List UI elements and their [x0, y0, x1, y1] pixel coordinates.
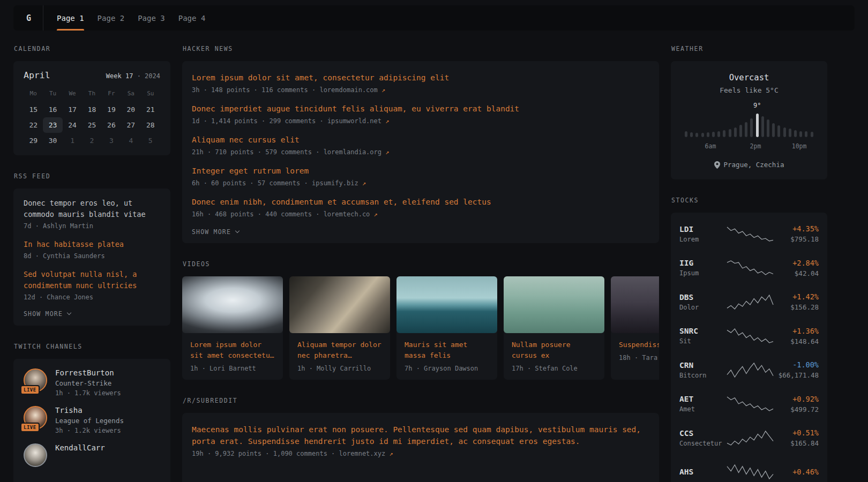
calendar-day[interactable]: 29 — [24, 133, 43, 148]
hackernews-show-more-button[interactable]: SHOW MORE — [192, 228, 239, 236]
stock-change: +1.36% — [774, 327, 819, 335]
calendar-day[interactable]: 21 — [141, 102, 160, 117]
video-title[interactable]: Aliquam tempor dolor nec pharetra… — [297, 340, 382, 361]
rss-item-title[interactable]: In hac habitasse platea — [24, 239, 160, 250]
video-thumbnail[interactable] — [611, 276, 659, 333]
weather-bar — [734, 112, 737, 137]
twitch-channel[interactable]: LIVEForrestBurtonCounter-Strike1h · 1.7k… — [24, 368, 160, 397]
rss-item-title[interactable]: Donec tempor eros leo, ut commodo mauris… — [24, 198, 160, 220]
twitch-channel[interactable]: KendallCarr — [24, 443, 160, 467]
bar — [811, 132, 813, 137]
hn-item-title[interactable]: Donec enim nibh, condimentum et accumsan… — [192, 196, 649, 208]
calendar-day[interactable]: 17 — [63, 102, 82, 117]
hn-item-title[interactable]: Donec imperdiet augue tincidunt felis al… — [192, 103, 649, 115]
calendar-day[interactable]: 20 — [121, 102, 140, 117]
calendar-day[interactable]: 26 — [102, 117, 121, 133]
tab-page-4[interactable]: Page 4 — [178, 5, 206, 31]
calendar-day[interactable]: 1 — [63, 133, 82, 148]
video-card[interactable]: Mauris sit amet massa felis7h · Grayson … — [396, 276, 497, 380]
hn-item-link[interactable]: ipsumworld.net ↗ — [327, 117, 390, 125]
calendar-day[interactable]: 27 — [121, 117, 140, 133]
video-card[interactable]: Lorem ipsum dolor sit amet consectetu…1h… — [182, 276, 283, 380]
tab-page-1[interactable]: Page 1 — [57, 5, 84, 31]
stock-row[interactable]: CCSConsectetur+0.51%$165.84 — [679, 421, 819, 455]
video-thumbnail[interactable] — [396, 276, 497, 333]
calendar-day[interactable]: 16 — [43, 102, 62, 117]
stock-change: +0.51% — [774, 428, 819, 437]
twitch-channel[interactable]: LIVETrishaLeague of Legends3h · 1.2k vie… — [24, 406, 160, 434]
stock-values: +4.35%$795.18 — [774, 224, 819, 243]
stock-values: +0.46% — [774, 468, 819, 476]
stock-row[interactable]: AHS+0.46% — [679, 455, 819, 482]
hn-item-title[interactable]: Lorem ipsum dolor sit amet, consectetur … — [192, 72, 649, 84]
calendar-day[interactable]: 30 — [43, 133, 62, 148]
channel-name[interactable]: Trisha — [55, 406, 124, 415]
channel-name[interactable]: ForrestBurton — [55, 368, 121, 377]
stock-sparkline-chart — [727, 260, 774, 276]
calendar-day[interactable]: 2 — [82, 133, 101, 148]
calendar-day-selected[interactable]: 23 — [43, 117, 62, 133]
stock-sparkline — [727, 396, 774, 412]
video-meta: 17h · Stefan Cole — [512, 365, 596, 372]
stock-values: +2.84%$42.04 — [774, 259, 819, 277]
stock-row[interactable]: DBSDolor+1.42%$156.28 — [679, 285, 819, 319]
calendar-week-label: Week 17 — [106, 72, 133, 80]
video-title[interactable]: Lorem ipsum dolor sit amet consectetu… — [190, 340, 275, 361]
bar — [739, 125, 742, 137]
calendar-day[interactable]: 15 — [24, 102, 43, 117]
calendar-day[interactable]: 4 — [121, 133, 140, 148]
calendar-day[interactable]: 5 — [141, 133, 160, 148]
stock-name: Amet — [679, 405, 727, 413]
subreddit-post-title[interactable]: Maecenas mollis pulvinar erat non posuer… — [192, 424, 649, 447]
hn-item-meta-text: 16h · 468 points · 440 comments · — [192, 210, 324, 218]
video-thumbnail[interactable] — [504, 276, 604, 333]
tab-page-3[interactable]: Page 3 — [138, 5, 165, 31]
video-title[interactable]: Suspendisse diam — [619, 340, 659, 350]
hn-list: Lorem ipsum dolor sit amet, consectetur … — [192, 72, 649, 218]
video-title[interactable]: Mauris sit amet massa felis — [405, 340, 489, 361]
calendar-day-header: Sa — [121, 85, 140, 102]
stock-row[interactable]: AETAmet+0.92%$499.72 — [679, 387, 819, 421]
stock-id: AETAmet — [679, 395, 727, 413]
stock-row[interactable]: IIGIpsum+2.84%$42.04 — [679, 251, 819, 285]
weather-times: 6am2pm10pm — [685, 142, 813, 150]
stock-sparkline — [727, 362, 774, 378]
tab-page-2[interactable]: Page 2 — [98, 5, 125, 31]
calendar-day[interactable]: 22 — [24, 117, 43, 133]
video-card[interactable]: Suspendisse diam18h · Tara — [611, 276, 659, 380]
video-card[interactable]: Nullam posuere cursus ex17h · Stefan Col… — [504, 276, 604, 380]
calendar-day[interactable]: 28 — [141, 117, 160, 133]
weather-bar — [701, 112, 704, 137]
video-body: Mauris sit amet massa felis7h · Grayson … — [396, 333, 497, 372]
rss-show-more-button[interactable]: SHOW MORE — [24, 310, 71, 318]
video-card[interactable]: Aliquam tempor dolor nec pharetra…1h · M… — [289, 276, 390, 380]
stock-row[interactable]: SNRCSit+1.36%$148.64 — [679, 319, 819, 353]
channel-name[interactable]: KendallCarr — [55, 443, 105, 452]
stock-row[interactable]: CRNBitcorn-1.00%$66,171.48 — [679, 353, 819, 387]
calendar-day[interactable]: 19 — [102, 102, 121, 117]
calendar-day[interactable]: 24 — [63, 117, 82, 133]
calendar-day[interactable]: 25 — [82, 117, 101, 133]
bar — [789, 129, 791, 137]
hn-item-title[interactable]: Aliquam nec cursus elit — [192, 134, 649, 146]
video-title[interactable]: Nullam posuere cursus ex — [512, 340, 596, 361]
stock-price: $499.72 — [774, 405, 819, 413]
video-thumbnail[interactable] — [289, 276, 390, 333]
calendar-day[interactable]: 3 — [102, 133, 121, 148]
subreddit-post-link[interactable]: loremnet.xyz ↗ — [339, 450, 393, 457]
bar — [805, 131, 807, 137]
weather-time-label: 10pm — [792, 142, 807, 150]
hn-item-title[interactable]: Integer eget rutrum lorem — [192, 165, 649, 177]
external-link-icon: ↗ — [385, 117, 389, 125]
bar — [723, 130, 725, 137]
hn-item-link[interactable]: ipsumify.biz ↗ — [312, 179, 366, 187]
stock-sparkline — [727, 328, 774, 344]
hn-item-link[interactable]: loremdomain.com ↗ — [319, 86, 385, 94]
hn-item-link[interactable]: loremtech.co ↗ — [324, 210, 378, 218]
stock-row[interactable]: LDILorem+4.35%$795.18 — [679, 217, 819, 251]
video-thumbnail[interactable] — [182, 276, 283, 333]
videos-section: VIDEOS Lorem ipsum dolor sit amet consec… — [182, 260, 659, 380]
rss-item-title[interactable]: Sed volutpat nulla nisl, a condimentum n… — [24, 269, 160, 291]
calendar-day[interactable]: 18 — [82, 102, 101, 117]
hn-item-link[interactable]: loremlandia.org ↗ — [324, 148, 390, 156]
